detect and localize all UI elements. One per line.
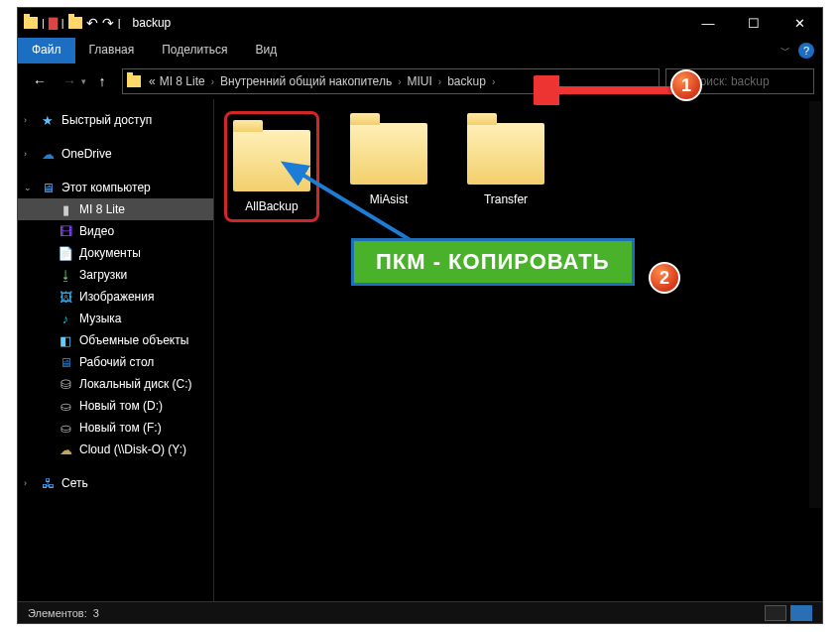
view-details-button[interactable] bbox=[765, 605, 786, 621]
tab-home[interactable]: Главная bbox=[75, 38, 149, 63]
app-folder-icon bbox=[24, 17, 38, 29]
sidebar-item-label: Загрузки bbox=[79, 268, 127, 282]
video-icon: 🎞 bbox=[58, 223, 73, 239]
annotation-callout: ПКМ - КОПИРОВАТЬ bbox=[351, 238, 635, 286]
scrollbar[interactable] bbox=[809, 101, 821, 508]
status-count: 3 bbox=[93, 607, 99, 619]
sidebar-item-network-disk[interactable]: ☁Cloud (\\Disk-O) (Y:) bbox=[18, 439, 213, 460]
window-title: backup bbox=[133, 16, 172, 30]
help-icon[interactable]: ? bbox=[798, 43, 814, 59]
search-placeholder: Поиск: backup bbox=[691, 74, 770, 88]
sidebar-item-pictures[interactable]: 🖼Изображения bbox=[18, 286, 213, 308]
sidebar-item-quick-access[interactable]: ›★Быстрый доступ bbox=[18, 109, 213, 131]
address-folder-icon bbox=[127, 75, 141, 87]
sidebar-item-onedrive[interactable]: ›☁OneDrive bbox=[18, 143, 213, 165]
pc-icon: 🖥 bbox=[40, 180, 56, 195]
sidebar-item-disk-f[interactable]: ⛀Новый том (F:) bbox=[18, 417, 213, 439]
chevron-right-icon[interactable]: › bbox=[394, 76, 405, 87]
network-icon: 🖧 bbox=[40, 475, 56, 491]
ribbon-tabs: Файл Главная Поделиться Вид ﹀ ? bbox=[18, 38, 822, 63]
sidebar-item-downloads[interactable]: ⭳Загрузки bbox=[18, 264, 213, 286]
disk-icon: ⛁ bbox=[58, 376, 73, 392]
cloud-icon: ☁ bbox=[40, 146, 56, 162]
minimize-button[interactable]: — bbox=[685, 8, 731, 38]
annotation-marker-1: 1 bbox=[670, 69, 702, 101]
sidebar-item-label: Cloud (\\Disk-O) (Y:) bbox=[79, 442, 186, 456]
tab-file[interactable]: Файл bbox=[18, 38, 75, 63]
sidebar-item-label: Документы bbox=[79, 246, 141, 260]
disk-icon: ⛀ bbox=[58, 398, 73, 414]
qat-separator: | bbox=[42, 17, 45, 29]
chevron-right-icon[interactable]: › bbox=[434, 76, 445, 87]
qat-save-icon[interactable]: ▇ bbox=[49, 16, 58, 30]
folder-icon bbox=[467, 123, 544, 185]
desktop-icon: 🖥 bbox=[58, 354, 73, 370]
sidebar-item-music[interactable]: ♪Музыка bbox=[18, 308, 213, 329]
qat-folder-icon[interactable] bbox=[68, 17, 82, 29]
sidebar-item-network[interactable]: ›🖧Сеть bbox=[18, 472, 213, 494]
nav-up-button[interactable]: ↑ bbox=[88, 67, 116, 95]
sidebar-item-this-pc[interactable]: ⌄🖥Этот компьютер bbox=[18, 177, 213, 198]
chevron-right-icon[interactable]: › bbox=[488, 76, 499, 87]
disk-icon: ⛀ bbox=[58, 420, 73, 436]
music-icon: ♪ bbox=[58, 311, 73, 326]
maximize-button[interactable]: ☐ bbox=[731, 8, 777, 38]
phone-icon: ▮ bbox=[58, 201, 73, 217]
sidebar-item-label: OneDrive bbox=[61, 147, 112, 161]
qat-separator: | bbox=[61, 17, 64, 29]
sidebar-item-documents[interactable]: 📄Документы bbox=[18, 242, 213, 264]
nav-back-button[interactable]: ← bbox=[26, 67, 54, 95]
nav-history-icon[interactable]: ▾ bbox=[81, 76, 86, 86]
breadcrumb-storage[interactable]: Внутренний общий накопитель bbox=[218, 74, 394, 88]
qat-separator: | bbox=[118, 17, 121, 29]
sidebar-item-label: Этот компьютер bbox=[61, 181, 151, 194]
sidebar-item-disk-d[interactable]: ⛀Новый том (D:) bbox=[18, 395, 213, 417]
explorer-window: | ▇ | ↶ ↷ | backup — ☐ ✕ Файл Главная По… bbox=[17, 7, 823, 624]
annotation-marker-2: 2 bbox=[649, 262, 680, 294]
sidebar-item-label: Видео bbox=[79, 224, 114, 238]
sidebar-item-label: Рабочий стол bbox=[79, 355, 154, 369]
nav-forward-button[interactable]: → bbox=[56, 67, 83, 95]
chevron-right-icon[interactable]: › bbox=[207, 76, 218, 87]
sidebar-item-label: Изображения bbox=[79, 290, 154, 304]
view-icons-button[interactable] bbox=[790, 605, 812, 621]
sidebar-item-label: MI 8 Lite bbox=[79, 202, 125, 216]
redo-icon[interactable]: ↷ bbox=[102, 15, 114, 31]
annotation-arrow-red bbox=[534, 75, 692, 105]
folder-label: Transfer bbox=[484, 192, 528, 206]
folder-item-transfer[interactable]: Transfer bbox=[458, 111, 553, 222]
sidebar-item-videos[interactable]: 🎞Видео bbox=[18, 220, 213, 242]
sidebar-item-label: Музыка bbox=[79, 312, 121, 325]
download-icon: ⭳ bbox=[58, 267, 73, 283]
breadcrumb-backup[interactable]: backup bbox=[445, 74, 488, 88]
image-icon: 🖼 bbox=[58, 289, 73, 305]
star-icon: ★ bbox=[40, 112, 56, 128]
sidebar-item-label: Быстрый доступ bbox=[61, 113, 152, 127]
cube-icon: ◧ bbox=[58, 332, 73, 348]
sidebar-item-3d-objects[interactable]: ◧Объемные объекты bbox=[18, 329, 213, 351]
breadcrumb-miui[interactable]: MIUI bbox=[406, 74, 434, 88]
close-button[interactable]: ✕ bbox=[777, 8, 822, 38]
ribbon-collapse-icon[interactable]: ﹀ bbox=[780, 44, 790, 58]
document-icon: 📄 bbox=[58, 245, 73, 261]
undo-icon[interactable]: ↶ bbox=[86, 15, 98, 31]
breadcrumb-overflow[interactable]: « bbox=[147, 74, 158, 88]
sidebar-item-disk-c[interactable]: ⛁Локальный диск (C:) bbox=[18, 373, 213, 395]
status-label: Элементов: bbox=[28, 607, 87, 619]
sidebar-item-label: Сеть bbox=[61, 476, 88, 490]
sidebar-item-label: Новый том (F:) bbox=[79, 421, 162, 435]
sidebar-item-label: Локальный диск (C:) bbox=[79, 377, 192, 391]
tab-share[interactable]: Поделиться bbox=[148, 38, 241, 63]
navigation-pane: ›★Быстрый доступ ›☁OneDrive ⌄🖥Этот компь… bbox=[18, 99, 214, 601]
title-bar: | ▇ | ↶ ↷ | backup — ☐ ✕ bbox=[18, 8, 822, 38]
sidebar-item-label: Объемные объекты bbox=[79, 333, 188, 347]
sidebar-item-device[interactable]: ▮MI 8 Lite bbox=[18, 198, 213, 220]
breadcrumb-device[interactable]: MI 8 Lite bbox=[158, 74, 207, 88]
tab-view[interactable]: Вид bbox=[241, 38, 291, 63]
network-drive-icon: ☁ bbox=[58, 442, 73, 457]
sidebar-item-label: Новый том (D:) bbox=[79, 399, 163, 413]
sidebar-item-desktop[interactable]: 🖥Рабочий стол bbox=[18, 351, 213, 373]
status-bar: Элементов: 3 bbox=[18, 601, 822, 623]
